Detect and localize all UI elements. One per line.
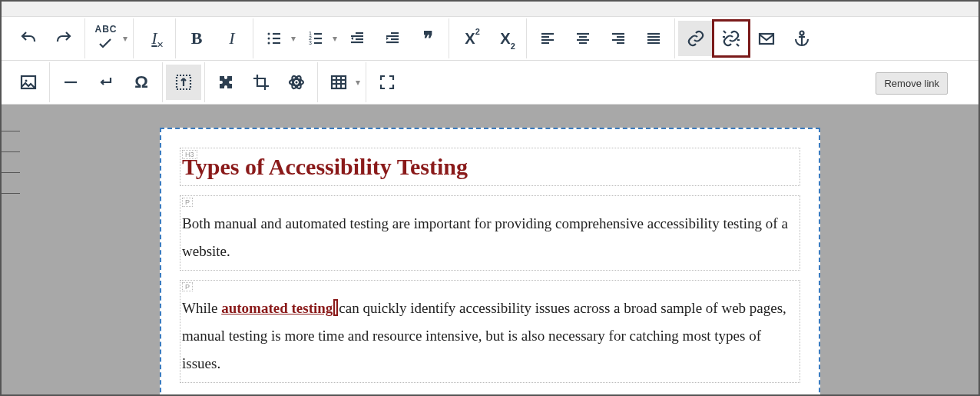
svg-point-0 <box>268 33 270 35</box>
fullscreen-icon <box>378 73 396 92</box>
atom-button[interactable] <box>279 65 314 100</box>
show-blocks-button[interactable] <box>166 65 201 100</box>
anchor-icon <box>793 29 811 48</box>
align-justify-button[interactable] <box>636 21 671 56</box>
email-icon <box>757 29 776 48</box>
spellcheck-label: ABC <box>95 24 118 35</box>
svg-line-36 <box>737 44 739 46</box>
document[interactable]: H3 Types of Accessibility Testing P Both… <box>160 128 820 396</box>
svg-rect-52 <box>332 76 346 88</box>
unlink-button[interactable] <box>713 21 749 56</box>
anchor-button[interactable] <box>784 21 819 56</box>
superscript-button[interactable]: X2 <box>452 21 488 56</box>
tooltip: Remove link <box>876 72 948 95</box>
image-icon <box>19 73 38 92</box>
editor-area[interactable]: H3 Types of Accessibility Testing P Both… <box>2 105 978 396</box>
horizontal-rule-icon <box>61 73 80 92</box>
crop-icon <box>252 73 270 92</box>
puzzle-icon <box>217 73 235 92</box>
svg-point-41 <box>800 32 804 35</box>
horizontal-rule-button[interactable] <box>53 65 88 100</box>
indent-icon <box>383 29 402 48</box>
fullscreen-button[interactable] <box>369 65 405 100</box>
undo-button[interactable] <box>11 21 46 56</box>
align-left-button[interactable] <box>530 21 565 56</box>
paragraph-2-block[interactable]: P While automated testingcan quickly ide… <box>180 280 800 383</box>
svg-line-37 <box>723 31 726 33</box>
toolbar-row-1: ABC ▾ I✕ B I ▾ 123 ▾ ❞ <box>2 17 978 61</box>
toolbar-row-2: Ω ▾ <box>2 61 978 105</box>
number-list-button[interactable]: 123 <box>298 21 333 56</box>
email-button[interactable] <box>749 21 784 56</box>
align-right-icon <box>609 29 627 48</box>
paragraph-1-block[interactable]: P Both manual and automated testing are … <box>180 195 800 271</box>
italic-icon: I <box>229 30 234 47</box>
p1-badge: P <box>182 198 193 207</box>
outline-rulers <box>2 131 23 214</box>
automated-testing-link[interactable]: automated testing <box>221 300 333 316</box>
svg-point-51 <box>296 82 298 84</box>
undo-icon <box>19 29 38 48</box>
svg-text:3: 3 <box>309 40 312 45</box>
align-left-icon <box>538 29 557 48</box>
clear-formatting-button[interactable]: I✕ <box>137 21 172 56</box>
italic-button[interactable]: I <box>214 21 250 56</box>
svg-point-45 <box>25 80 28 82</box>
omega-icon: Ω <box>134 72 148 92</box>
align-right-button[interactable] <box>601 21 636 56</box>
spellcheck-button[interactable]: ABC <box>88 21 124 56</box>
subscript-icon: X2 <box>500 30 510 48</box>
svg-point-4 <box>268 42 270 45</box>
p2-badge: P <box>182 282 193 291</box>
check-icon <box>97 35 115 53</box>
outdent-button[interactable] <box>339 21 375 56</box>
svg-point-2 <box>268 38 270 40</box>
redo-button[interactable] <box>46 21 81 56</box>
subscript-button[interactable]: X2 <box>488 21 523 56</box>
clear-format-icon: I✕ <box>151 28 157 48</box>
superscript-icon: X2 <box>465 30 475 48</box>
align-center-icon <box>574 29 592 48</box>
heading-block[interactable]: H3 Types of Accessibility Testing <box>180 148 800 186</box>
p2-pre: While <box>182 300 221 316</box>
align-center-button[interactable] <box>565 21 601 56</box>
number-list-icon: 123 <box>306 29 325 48</box>
bullet-list-button[interactable] <box>257 21 292 56</box>
align-justify-icon <box>644 29 663 48</box>
special-char-button[interactable]: Ω <box>124 65 159 100</box>
link-button[interactable] <box>678 21 713 56</box>
indent-button[interactable] <box>375 21 410 56</box>
crop-button[interactable] <box>243 65 279 100</box>
blockquote-button[interactable]: ❞ <box>410 21 445 56</box>
line-break-icon <box>97 73 115 92</box>
link-icon <box>687 29 705 48</box>
show-blocks-icon <box>174 73 193 92</box>
line-break-button[interactable] <box>88 65 124 100</box>
plugin-button[interactable] <box>208 65 243 100</box>
unlink-icon <box>722 29 740 48</box>
heading-badge: H3 <box>182 150 197 159</box>
table-button[interactable] <box>321 65 356 100</box>
heading-text[interactable]: Types of Accessibility Testing <box>182 151 798 181</box>
atom-icon <box>287 73 306 92</box>
bullet-list-icon <box>265 29 283 48</box>
bold-icon: B <box>191 30 203 47</box>
text-cursor <box>333 299 338 316</box>
paragraph-2-text[interactable]: While automated testingcan quickly ident… <box>182 284 798 378</box>
redo-icon <box>55 29 73 48</box>
image-button[interactable] <box>11 65 46 100</box>
quote-icon: ❞ <box>423 28 433 49</box>
bold-button[interactable]: B <box>179 21 214 56</box>
paragraph-1-text[interactable]: Both manual and automated testing are im… <box>182 199 798 265</box>
table-icon <box>329 73 348 92</box>
outdent-icon <box>348 29 366 48</box>
